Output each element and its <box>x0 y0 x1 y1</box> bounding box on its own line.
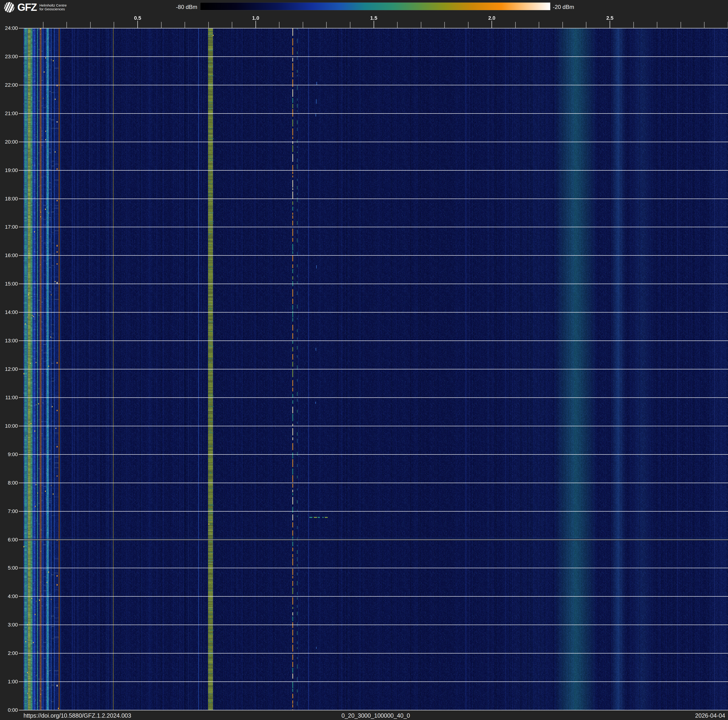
freq-tick <box>43 22 43 28</box>
colorbar-gradient <box>200 2 551 10</box>
time-tick-label: 10:00 <box>0 423 18 429</box>
time-tick-label: 14:00 <box>0 309 18 315</box>
freq-tick-label: 0.5 <box>134 15 141 21</box>
hour-gridline <box>19 596 728 597</box>
freq-tick-label: 2.5 <box>606 15 613 21</box>
freq-tick <box>232 22 232 28</box>
time-tick-label: 23:00 <box>0 54 18 60</box>
hour-gridline <box>19 312 728 313</box>
hour-gridline <box>19 369 728 369</box>
logo-subtitle: Helmholtz Centre for Geosciences <box>40 3 67 11</box>
time-tick-label: 19:00 <box>0 167 18 173</box>
freq-tick <box>90 22 91 28</box>
hour-gridline <box>19 170 728 171</box>
freq-tick <box>491 21 492 28</box>
hour-gridline <box>19 653 728 654</box>
hour-gridline <box>19 340 728 341</box>
freq-tick <box>397 22 398 28</box>
hour-gridline <box>19 85 728 85</box>
time-tick-label: 9:00 <box>0 452 18 457</box>
freq-tick-label: 2.0 <box>488 15 496 21</box>
date-label: 2026-04-04 <box>695 712 725 719</box>
time-tick-label: 4:00 <box>0 594 18 599</box>
hour-gridline <box>19 199 728 199</box>
hour-gridline <box>19 454 728 455</box>
freq-tick <box>208 22 209 28</box>
filename-label: 0_20_3000_100000_40_0 <box>23 712 728 719</box>
striped-globe-icon <box>4 2 15 13</box>
time-tick-label: 3:00 <box>0 622 18 628</box>
freq-tick <box>303 22 303 28</box>
footer-bar: https://doi.org/10.5880/GFZ.1.2.2024.003… <box>0 710 728 720</box>
logo-acronym: GFZ <box>17 2 37 12</box>
freq-tick <box>161 22 162 28</box>
time-tick-label: 0:00 <box>0 707 18 713</box>
hour-gridline <box>19 568 728 568</box>
freq-tick <box>633 22 634 28</box>
hour-gridline <box>19 283 728 284</box>
time-tick-label: 16:00 <box>0 253 18 258</box>
hour-gridline <box>19 511 728 512</box>
time-tick-label: 21:00 <box>0 111 18 116</box>
hour-gridline <box>19 426 728 426</box>
freq-tick <box>66 22 67 28</box>
time-tick-label: 22:00 <box>0 82 18 88</box>
time-tick-label: 5:00 <box>0 565 18 571</box>
freq-tick <box>444 22 445 28</box>
freq-tick <box>138 21 138 28</box>
time-tick-label: 1:00 <box>0 679 18 685</box>
hour-gridline <box>19 227 728 227</box>
freq-tick-label: 1.5 <box>370 15 378 21</box>
time-tick-label: 12:00 <box>0 366 18 372</box>
time-tick-label: 13:00 <box>0 338 18 343</box>
hour-gridline <box>19 255 728 256</box>
freq-tick <box>421 22 421 28</box>
freq-tick <box>279 22 280 28</box>
time-tick-label: 11:00 <box>0 395 18 400</box>
colorbar-min-label: -80 dBm <box>164 4 197 10</box>
gfz-logo: GFZ Helmholtz Centre for Geosciences <box>4 2 67 13</box>
time-tick-label: 6:00 <box>0 537 18 542</box>
freq-tick <box>374 21 374 28</box>
freq-tick <box>681 22 681 28</box>
freq-tick <box>657 22 657 28</box>
freq-tick <box>255 21 256 28</box>
spectrogram-page: GFZ Helmholtz Centre for Geosciences -80… <box>0 0 728 720</box>
time-tick-label: 15:00 <box>0 281 18 287</box>
hour-gridline <box>19 397 728 398</box>
freq-tick <box>610 21 610 28</box>
hour-gridline <box>19 57 728 57</box>
time-tick-label: 20:00 <box>0 139 18 145</box>
freq-tick <box>350 22 350 28</box>
hour-gridline <box>19 625 728 625</box>
hour-gridline <box>19 682 728 682</box>
freq-tick <box>539 22 539 28</box>
freq-tick <box>468 22 468 28</box>
freq-tick <box>185 22 185 28</box>
hour-gridline <box>19 539 728 540</box>
freq-tick-label: 1.0 <box>252 15 259 21</box>
time-tick-label: 8:00 <box>0 480 18 486</box>
hour-gridline <box>19 483 728 483</box>
freq-tick <box>704 22 705 28</box>
time-tick-label: 17:00 <box>0 224 18 230</box>
time-tick-label: 24:00 <box>0 25 18 31</box>
hour-gridline <box>19 142 728 142</box>
time-tick-label: 7:00 <box>0 509 18 514</box>
colorbar-max-label: -20 dBm <box>553 4 574 10</box>
hour-gridline <box>19 113 728 114</box>
freq-tick <box>515 22 516 28</box>
time-tick-label: 2:00 <box>0 650 18 656</box>
hour-gridline <box>19 710 728 710</box>
freq-tick <box>586 22 586 28</box>
freq-tick <box>326 22 327 28</box>
freq-tick <box>114 22 114 28</box>
freq-tick <box>563 22 563 28</box>
time-tick-label: 18:00 <box>0 196 18 202</box>
